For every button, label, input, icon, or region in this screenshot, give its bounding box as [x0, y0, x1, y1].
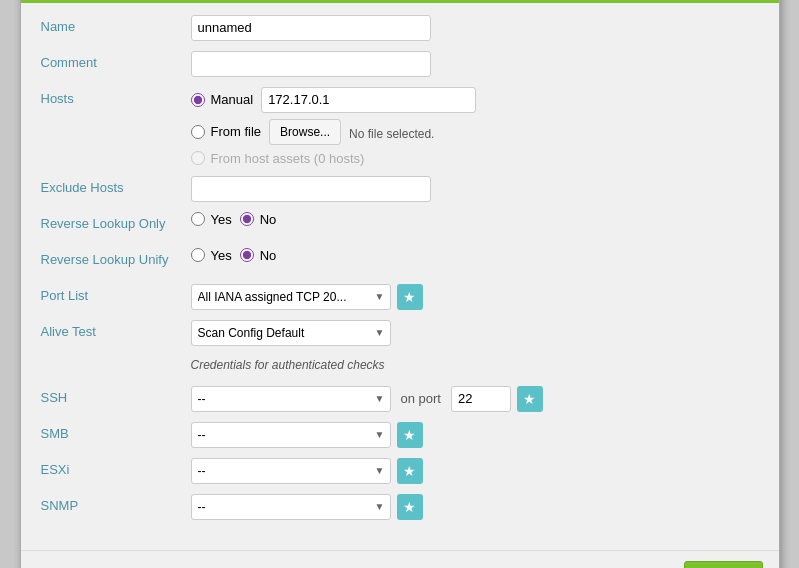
- dialog-body: Name Comment Hosts Manual: [21, 3, 779, 542]
- ssh-select[interactable]: --: [191, 386, 391, 412]
- rlu-yes-label: Yes: [211, 248, 232, 263]
- rlo-no-group[interactable]: No: [240, 212, 277, 227]
- rlu-no-group[interactable]: No: [240, 248, 277, 263]
- snmp-select-wrapper: -- ▼: [191, 494, 391, 520]
- reverse-lookup-only-control: Yes No: [191, 212, 759, 227]
- from-assets-radio: [191, 151, 205, 165]
- credentials-label: Credentials for authenticated checks: [191, 356, 385, 376]
- ssh-select-wrapper: -- ▼: [191, 386, 391, 412]
- dialog-footer: Create: [21, 550, 779, 569]
- from-file-radio[interactable]: [191, 125, 205, 139]
- reverse-lookup-only-row: Reverse Lookup Only Yes No: [41, 212, 759, 238]
- exclude-hosts-row: Exclude Hosts: [41, 176, 759, 202]
- alive-test-control: Scan Config Default ▼: [191, 320, 759, 346]
- esxi-star-button[interactable]: ★: [397, 458, 423, 484]
- reverse-lookup-only-group: Yes No: [191, 212, 277, 227]
- manual-radio[interactable]: [191, 93, 205, 107]
- snmp-select[interactable]: --: [191, 494, 391, 520]
- ssh-row: SSH -- ▼ on port ★: [41, 386, 759, 412]
- esxi-label: ESXi: [41, 458, 191, 477]
- reverse-lookup-only-label: Reverse Lookup Only: [41, 212, 191, 231]
- alive-test-select[interactable]: Scan Config Default: [191, 320, 391, 346]
- credentials-spacer: [41, 356, 191, 360]
- from-file-row: From file Browse... No file selected.: [191, 119, 477, 145]
- port-list-select[interactable]: All IANA assigned TCP 20...: [191, 284, 391, 310]
- from-assets-radio-group: From host assets (0 hosts): [191, 151, 365, 166]
- hosts-section: Manual From file Browse... No file selec…: [191, 87, 477, 166]
- manual-ip-input[interactable]: [261, 87, 476, 113]
- smb-control: -- ▼ ★: [191, 422, 759, 448]
- rlu-no-radio[interactable]: [240, 248, 254, 262]
- hosts-control: Manual From file Browse... No file selec…: [191, 87, 759, 166]
- rlu-no-label: No: [260, 248, 277, 263]
- credentials-label-row: Credentials for authenticated checks: [41, 356, 759, 382]
- rlo-yes-radio[interactable]: [191, 212, 205, 226]
- smb-star-button[interactable]: ★: [397, 422, 423, 448]
- rlu-yes-radio[interactable]: [191, 248, 205, 262]
- name-row: Name: [41, 15, 759, 41]
- reverse-lookup-unify-label: Reverse Lookup Unify: [41, 248, 191, 267]
- smb-select[interactable]: --: [191, 422, 391, 448]
- reverse-lookup-unify-control: Yes No: [191, 248, 759, 263]
- name-control: [191, 15, 759, 41]
- ssh-star-button[interactable]: ★: [517, 386, 543, 412]
- smb-select-wrapper: -- ▼: [191, 422, 391, 448]
- port-list-star-button[interactable]: ★: [397, 284, 423, 310]
- snmp-row: SNMP -- ▼ ★: [41, 494, 759, 520]
- rlu-yes-group[interactable]: Yes: [191, 248, 232, 263]
- manual-label: Manual: [211, 92, 254, 107]
- ssh-control: -- ▼ on port ★: [191, 386, 759, 412]
- snmp-label: SNMP: [41, 494, 191, 513]
- comment-input[interactable]: [191, 51, 431, 77]
- smb-row: SMB -- ▼ ★: [41, 422, 759, 448]
- alive-test-label: Alive Test: [41, 320, 191, 339]
- rlo-no-label: No: [260, 212, 277, 227]
- port-list-label: Port List: [41, 284, 191, 303]
- ssh-port-input[interactable]: [451, 386, 511, 412]
- comment-label: Comment: [41, 51, 191, 70]
- smb-label: SMB: [41, 422, 191, 441]
- esxi-control: -- ▼ ★: [191, 458, 759, 484]
- new-target-dialog: New Target ✕ Name Comment Hosts: [20, 0, 780, 568]
- from-assets-label: From host assets (0 hosts): [211, 151, 365, 166]
- rlo-yes-group[interactable]: Yes: [191, 212, 232, 227]
- hosts-label: Hosts: [41, 87, 191, 106]
- manual-row: Manual: [191, 87, 477, 113]
- comment-control: [191, 51, 759, 77]
- alive-test-select-wrapper: Scan Config Default ▼: [191, 320, 391, 346]
- exclude-hosts-control: [191, 176, 759, 202]
- name-label: Name: [41, 15, 191, 34]
- comment-row: Comment: [41, 51, 759, 77]
- esxi-select[interactable]: --: [191, 458, 391, 484]
- esxi-row: ESXi -- ▼ ★: [41, 458, 759, 484]
- rlo-yes-label: Yes: [211, 212, 232, 227]
- manual-radio-group[interactable]: Manual: [191, 92, 254, 107]
- alive-test-row: Alive Test Scan Config Default ▼: [41, 320, 759, 346]
- ssh-label: SSH: [41, 386, 191, 405]
- on-port-label: on port: [397, 387, 445, 410]
- no-file-text: No file selected.: [349, 122, 434, 141]
- reverse-lookup-unify-group: Yes No: [191, 248, 277, 263]
- port-list-row: Port List All IANA assigned TCP 20... ▼ …: [41, 284, 759, 310]
- create-button[interactable]: Create: [684, 561, 762, 569]
- port-list-control: All IANA assigned TCP 20... ▼ ★: [191, 284, 759, 310]
- esxi-select-wrapper: -- ▼: [191, 458, 391, 484]
- exclude-hosts-label: Exclude Hosts: [41, 176, 191, 195]
- browse-button[interactable]: Browse...: [269, 119, 341, 145]
- exclude-hosts-input[interactable]: [191, 176, 431, 202]
- from-file-radio-group[interactable]: From file: [191, 124, 262, 139]
- credentials-label-area: Credentials for authenticated checks: [191, 356, 759, 376]
- snmp-control: -- ▼ ★: [191, 494, 759, 520]
- hosts-row: Hosts Manual From file: [41, 87, 759, 166]
- reverse-lookup-unify-row: Reverse Lookup Unify Yes No: [41, 248, 759, 274]
- port-list-select-wrapper: All IANA assigned TCP 20... ▼: [191, 284, 391, 310]
- name-input[interactable]: [191, 15, 431, 41]
- from-assets-row: From host assets (0 hosts): [191, 151, 477, 166]
- from-file-label: From file: [211, 124, 262, 139]
- rlo-no-radio[interactable]: [240, 212, 254, 226]
- snmp-star-button[interactable]: ★: [397, 494, 423, 520]
